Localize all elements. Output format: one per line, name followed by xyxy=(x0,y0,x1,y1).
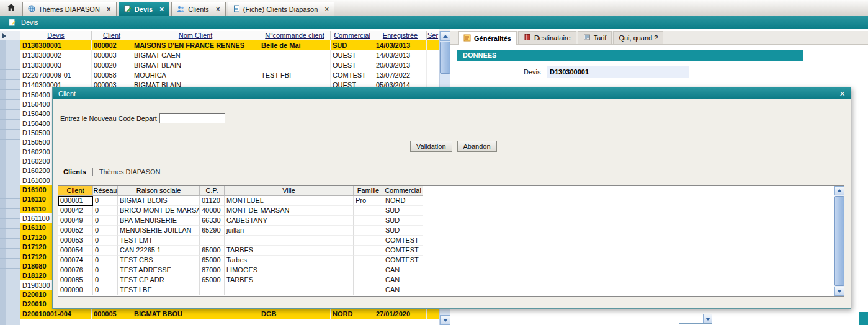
dialog-buttons: Validation Abandon xyxy=(410,141,497,152)
tab-close-icon[interactable]: × xyxy=(159,6,164,12)
table-cell xyxy=(225,285,354,295)
column-header[interactable]: Famille xyxy=(354,186,383,196)
dialog-tab[interactable]: Thèmes DIAPASON xyxy=(96,167,164,177)
column-header[interactable]: Commercial xyxy=(383,186,423,196)
globe-icon xyxy=(28,5,35,14)
column-header[interactable]: Réseau xyxy=(93,186,118,196)
window-tab[interactable]: Thèmes DIAPASON× xyxy=(22,2,117,16)
combo-arrow-box[interactable] xyxy=(703,314,712,323)
tag-icon xyxy=(583,33,591,42)
new-code-input[interactable] xyxy=(159,113,225,123)
teal-corner-block xyxy=(859,312,868,325)
table-row[interactable]: 0000850TEST CP ADR65000TARBESCAN xyxy=(58,275,844,285)
grid-cell xyxy=(259,60,331,70)
grid-corner-cell[interactable] xyxy=(0,31,20,40)
validation-button[interactable]: Validation xyxy=(410,141,452,152)
arrow-down-icon xyxy=(443,319,448,322)
people-icon xyxy=(177,5,185,14)
grid-cell: MAISONS D'EN FRANCE RENNES xyxy=(132,40,259,50)
column-header[interactable]: Commercial xyxy=(331,31,374,40)
detail-tab[interactable]: Qui, quand ? xyxy=(613,31,663,44)
table-cell: NORD xyxy=(383,196,423,206)
table-cell xyxy=(200,285,225,295)
tab-close-icon[interactable]: × xyxy=(324,6,329,12)
detail-tab-label: Tarif xyxy=(594,34,607,42)
scroll-down-button[interactable] xyxy=(834,287,844,296)
table-cell: BPA MENUISERIE xyxy=(118,216,200,226)
table-row[interactable]: 0000530TEST LMTCOMTEST xyxy=(58,236,844,246)
table-row[interactable]: 0000520MENUISERIE JUILLAN65290juillanSUD xyxy=(58,226,844,236)
section-header-donnees: DONNEES xyxy=(457,50,803,61)
window-tab[interactable]: (Fiche) Clients Diapason× xyxy=(228,2,334,16)
table-cell: 0 xyxy=(93,196,118,206)
table-cell: TEST CP ADR xyxy=(118,275,200,285)
table-row[interactable]: 0000900TEST LBECAN xyxy=(58,285,844,295)
table-row[interactable]: 0000760TEST ADRESSE87000LIMOGESCAN xyxy=(58,265,844,275)
home-button[interactable] xyxy=(2,1,20,15)
grid-cell: SUD xyxy=(331,40,374,50)
dialog-tab[interactable]: Clients xyxy=(60,167,90,177)
grid-cell: 14/03/2013 xyxy=(374,50,427,60)
scroll-down-button[interactable] xyxy=(440,315,450,325)
grid-cell: D20010001-004 xyxy=(20,309,92,319)
table-cell: Pro xyxy=(354,196,383,206)
window-tab[interactable]: Devis× xyxy=(119,2,169,16)
devis-field-value[interactable]: D130300001 xyxy=(547,66,689,78)
close-icon[interactable]: × xyxy=(839,89,845,98)
table-row[interactable]: D220700009-01000058MOUHICATEST FBICOMTES… xyxy=(20,70,439,80)
detail-tab-label: Généralités xyxy=(474,35,511,42)
grid-rows: D130300001000002MAISONS D'EN FRANCE RENN… xyxy=(20,40,439,90)
column-header[interactable]: Ser xyxy=(427,31,439,40)
table-row[interactable]: 0000540CAN 22265 165000TARBESCOMTEST xyxy=(58,246,844,256)
column-header[interactable]: Ville xyxy=(225,186,354,196)
table-row[interactable]: D20010001-004000005BIGMAT BBOUDGBNORD27/… xyxy=(20,309,439,319)
scroll-up-button[interactable] xyxy=(834,186,844,195)
table-cell xyxy=(354,275,383,285)
grid-cell: 000003 xyxy=(92,50,132,60)
table-row[interactable]: 0000420BRICO MONT DE MARSA40000MONT-DE-M… xyxy=(58,206,844,216)
clients-table-header[interactable]: ClientRéseauRaison socialeC.P.VilleFamil… xyxy=(58,186,844,196)
detail-tab[interactable]: Destinataire xyxy=(518,31,576,44)
grid-cell: BIGMAT CAEN xyxy=(132,50,259,60)
table-cell: 65000 xyxy=(200,275,225,285)
tab-close-icon[interactable]: × xyxy=(107,6,111,12)
grid-row-selector-gutter[interactable] xyxy=(0,40,20,325)
column-header[interactable]: Client xyxy=(58,186,93,196)
table-vertical-scrollbar[interactable] xyxy=(834,186,844,296)
table-cell: 000001 xyxy=(58,196,93,206)
tab-close-icon[interactable]: × xyxy=(216,6,220,12)
table-row[interactable]: D130300003000020BIGMAT BLAINOUEST20/03/2… xyxy=(20,60,439,70)
table-row[interactable]: 0000490BPA MENUISERIE66330CABESTANYSUD xyxy=(58,216,844,226)
scrollbar-thumb[interactable] xyxy=(834,196,844,286)
scroll-up-button[interactable] xyxy=(440,31,450,41)
table-cell: BIGMAT BLOIS xyxy=(118,196,200,206)
column-header[interactable]: Client xyxy=(92,31,132,40)
grid-cell xyxy=(259,50,331,60)
column-header[interactable]: Nom Client xyxy=(132,31,259,40)
sort-indicator-icon xyxy=(2,33,6,38)
column-header[interactable]: Devis xyxy=(20,31,92,40)
bottom-combobox[interactable] xyxy=(679,314,712,324)
detail-tab[interactable]: Tarif xyxy=(578,31,612,44)
window-tab[interactable]: Clients× xyxy=(171,2,226,16)
table-row[interactable]: 0000010BIGMAT BLOIS01120MONTLUELProNORD xyxy=(58,196,844,206)
table-cell: TEST LBE xyxy=(118,285,200,295)
table-cell: 0 xyxy=(93,246,118,256)
table-row[interactable]: D130300001000002MAISONS D'EN FRANCE RENN… xyxy=(20,40,439,50)
grid-cell: DGB xyxy=(259,309,331,319)
table-row[interactable]: D130300002000003BIGMAT CAENOUEST14/03/20… xyxy=(20,50,439,60)
column-header[interactable]: N°commande client xyxy=(259,31,331,40)
grid-header-row[interactable]: DevisClientNom ClientN°commande clientCo… xyxy=(20,31,439,40)
table-row[interactable]: 0000740TEST CBS65000TarbesCOMTEST xyxy=(58,256,844,265)
table-cell: 000054 xyxy=(58,246,93,256)
table-cell: CAN 22265 1 xyxy=(118,246,200,256)
column-header[interactable]: Enregistrée xyxy=(374,31,427,40)
column-header[interactable]: Raison sociale xyxy=(118,186,200,196)
dialog-title-bar[interactable]: Client × xyxy=(53,87,851,99)
abandon-button[interactable]: Abandon xyxy=(457,141,497,152)
detail-tab[interactable]: Généralités xyxy=(458,31,517,45)
grid-cell: 13/07/2022 xyxy=(374,70,427,80)
column-header[interactable]: C.P. xyxy=(200,186,225,196)
scrollbar-thumb[interactable] xyxy=(440,42,450,74)
table-cell: 87000 xyxy=(200,265,225,275)
